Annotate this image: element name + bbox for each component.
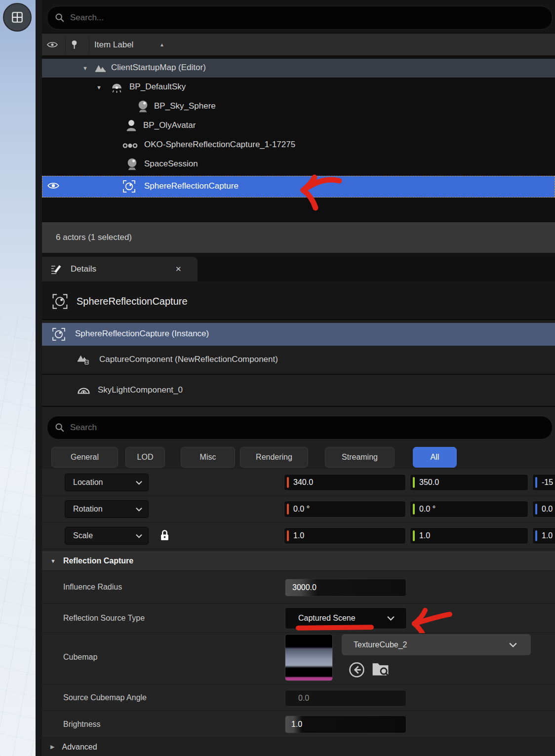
use-selected-asset-icon[interactable] xyxy=(349,662,365,678)
location-y-field[interactable]: 350.0 xyxy=(410,474,528,491)
x-axis-bar xyxy=(287,504,289,515)
viewport-grid-button[interactable] xyxy=(3,3,32,32)
tree-item-label[interactable]: SpaceSession xyxy=(144,159,198,169)
rotation-dropdown[interactable]: Rotation xyxy=(65,500,149,518)
component-label[interactable]: SphereReflectionCapture (Instance) xyxy=(75,329,209,339)
property-label: Cubemap xyxy=(63,653,97,662)
tree-row-spacesession[interactable]: SpaceSession xyxy=(42,155,555,174)
scale-z-field[interactable]: 1.0 xyxy=(532,527,555,544)
scale-y-field[interactable]: 1.0 xyxy=(410,527,528,544)
scale-x-field[interactable]: 1.0 xyxy=(284,527,406,544)
chevron-expanded-icon[interactable]: ▼ xyxy=(96,84,102,90)
column-separator xyxy=(89,38,89,53)
filter-button-general[interactable]: General xyxy=(51,447,118,468)
property-label: Brightness xyxy=(63,720,101,729)
tree-item-label[interactable]: BP_Sky_Sphere xyxy=(154,101,216,111)
sphere-actor-icon xyxy=(137,100,149,114)
filter-button-streaming[interactable]: Streaming xyxy=(325,447,395,468)
outliner-search-input[interactable]: Search... xyxy=(47,6,553,30)
key-icon xyxy=(122,142,138,149)
chevron-down-icon xyxy=(509,642,517,647)
component-label[interactable]: SkyLightComponent_0 xyxy=(98,385,183,395)
influence-radius-input[interactable]: 3000.0 xyxy=(285,579,406,597)
property-label: Reflection Source Type xyxy=(63,614,145,623)
outliner-search-placeholder: Search... xyxy=(70,13,104,23)
y-axis-bar xyxy=(413,504,415,515)
details-icon xyxy=(50,263,62,275)
chevron-expanded-icon[interactable]: ▼ xyxy=(82,65,88,71)
tree-item-label[interactable]: ClientStartupMap (Editor) xyxy=(111,63,206,73)
details-tab-bar: Details ✕ xyxy=(42,257,555,281)
tree-row-clientstartupmap[interactable]: ▼ ClientStartupMap (Editor) xyxy=(42,59,555,78)
scale-dropdown[interactable]: Scale xyxy=(65,527,149,545)
filter-button-all[interactable]: All xyxy=(413,447,457,468)
transform-row-location: Location 340.0 350.0 -15 xyxy=(42,469,555,496)
chevron-down-icon xyxy=(387,616,395,621)
component-row-capturecomponent[interactable]: CaptureComponent (NewReflectionComponent… xyxy=(42,349,555,370)
chevron-expanded-icon: ▼ xyxy=(50,558,56,564)
component-divider xyxy=(42,374,555,375)
property-label: Source Cubemap Angle xyxy=(63,693,147,702)
property-row-brightness: Brightness 1.0 xyxy=(42,711,555,738)
tab-details-label: Details xyxy=(71,264,96,274)
tree-row-oko-spherereflectioncapture[interactable]: OKO-SphereReflectionCapture_1-17275 xyxy=(42,136,555,155)
component-row-skylightcomponent[interactable]: SkyLightComponent_0 xyxy=(42,379,555,401)
sort-ascending-icon[interactable]: ▲ xyxy=(159,42,164,47)
pin-column-icon[interactable] xyxy=(71,39,78,51)
section-reflection-capture[interactable]: ▼ Reflection Capture xyxy=(42,551,555,571)
reflection-capture-icon xyxy=(122,180,136,193)
tree-item-label[interactable]: BP_DefaultSky xyxy=(129,82,186,92)
item-label-column-header[interactable]: Item Label xyxy=(94,40,133,50)
component-label[interactable]: CaptureComponent (NewReflectionComponent… xyxy=(99,355,278,364)
filter-button-rendering[interactable]: Rendering xyxy=(240,447,308,468)
filter-button-misc[interactable]: Misc xyxy=(181,447,235,468)
outliner-status-bar: 6 actors (1 selected) xyxy=(42,222,555,253)
rotation-y-field[interactable]: 0.0 ° xyxy=(410,501,528,517)
grid-icon xyxy=(11,11,24,24)
brightness-input[interactable]: 1.0 xyxy=(285,716,406,733)
tree-item-label[interactable]: BP_OlyAvatar xyxy=(143,120,196,130)
tree-row-bp-olyavatar[interactable]: BP_OlyAvatar xyxy=(42,117,555,135)
tab-details[interactable]: Details ✕ xyxy=(42,257,198,281)
source-cubemap-angle-input[interactable]: 0.0 xyxy=(285,690,406,707)
details-search-placeholder: Search xyxy=(70,423,97,433)
reflection-capture-icon xyxy=(52,293,68,310)
y-axis-bar xyxy=(413,477,415,488)
advanced-expander[interactable]: ▶ Advanced xyxy=(42,738,555,756)
actor-count-text: 6 actors (1 selected) xyxy=(56,233,132,242)
location-x-field[interactable]: 340.0 xyxy=(284,474,406,491)
browse-to-asset-icon[interactable] xyxy=(371,661,390,677)
sky-light-icon xyxy=(110,81,123,94)
tree-row-spherereflectioncapture-selected[interactable]: SphereReflectionCapture xyxy=(42,176,555,198)
rotation-x-field[interactable]: 0.0 ° xyxy=(284,501,406,517)
details-search-input[interactable]: Search xyxy=(47,416,553,439)
visibility-column-eye-icon[interactable] xyxy=(46,40,58,49)
transform-row-rotation: Rotation 0.0 ° 0.0 ° 0.0 xyxy=(42,496,555,522)
property-row-reflection-source-type: Reflection Source Type Captured Scene xyxy=(42,603,555,633)
tree-row-bp-sky-sphere[interactable]: BP_Sky_Sphere xyxy=(42,97,555,116)
cubemap-asset-dropdown[interactable]: TextureCube_2 xyxy=(342,634,531,655)
component-row-instance[interactable]: SphereReflectionCapture (Instance) xyxy=(42,323,555,346)
z-axis-bar xyxy=(535,477,537,488)
cubemap-thumbnail[interactable] xyxy=(285,634,333,681)
section-title: Reflection Capture xyxy=(63,557,133,565)
filter-button-lod[interactable]: LOD xyxy=(125,447,165,468)
tree-row-bp-defaultsky[interactable]: ▼ BP_DefaultSky xyxy=(42,78,555,97)
visibility-eye-icon[interactable] xyxy=(47,181,60,190)
z-axis-bar xyxy=(535,530,537,541)
transform-row-scale: Scale 1.0 1.0 1.0 xyxy=(42,522,555,549)
panel-divider xyxy=(36,0,42,756)
location-dropdown[interactable]: Location xyxy=(65,474,149,491)
location-z-field[interactable]: -15 xyxy=(532,474,555,491)
tree-item-label[interactable]: OKO-SphereReflectionCapture_1-17275 xyxy=(144,140,295,150)
tree-item-label[interactable]: SphereReflectionCapture xyxy=(144,181,238,191)
close-icon[interactable]: ✕ xyxy=(175,265,182,274)
search-icon xyxy=(54,422,65,433)
search-icon xyxy=(54,12,65,23)
rotation-z-field[interactable]: 0.0 xyxy=(532,501,555,517)
chevron-collapsed-icon: ▶ xyxy=(50,744,54,750)
outliner-column-header: Item Label ▲ xyxy=(42,33,555,56)
reflection-source-type-dropdown[interactable]: Captured Scene xyxy=(285,607,407,629)
lock-icon[interactable] xyxy=(160,529,169,541)
property-row-influence-radius: Influence Radius 3000.0 xyxy=(42,571,555,603)
